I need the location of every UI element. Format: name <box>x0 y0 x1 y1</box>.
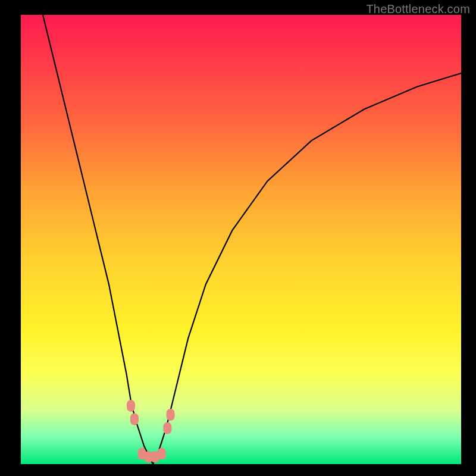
chart-plot-area <box>21 15 461 464</box>
trough-marker-4 <box>158 448 166 460</box>
markers-group <box>127 400 175 463</box>
curve-left-branch <box>43 15 153 464</box>
chart-frame: TheBottleneck.com <box>0 0 476 476</box>
right-marker-upper <box>167 409 175 421</box>
chart-svg <box>21 15 461 464</box>
curve-right-branch <box>153 73 461 464</box>
left-marker-upper <box>127 400 135 412</box>
right-marker-lower <box>163 422 171 434</box>
left-marker-lower <box>130 414 139 425</box>
watermark-text: TheBottleneck.com <box>366 2 470 16</box>
